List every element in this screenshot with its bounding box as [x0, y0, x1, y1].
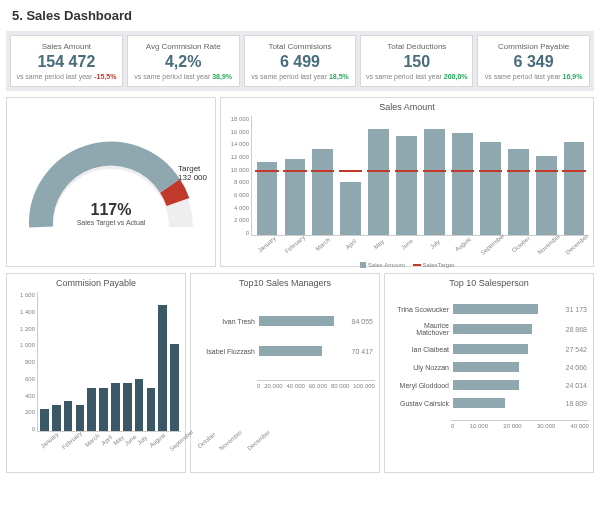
kpi-sub: vs same period last year 18,5% — [249, 73, 352, 80]
xlabel: November — [536, 233, 561, 256]
bar — [158, 305, 167, 431]
legend-line-icon — [413, 264, 421, 266]
bar-col — [282, 116, 308, 235]
kpi-title: Total Deductions — [365, 42, 468, 51]
sales-yaxis: 18 00016 00014 00012 00010 0008 0006 000… — [225, 116, 251, 236]
kpi-total-commissions: Total Commisions 6 499 vs same period la… — [244, 35, 357, 87]
bar-col — [169, 292, 180, 431]
bar-col — [477, 116, 503, 235]
kpi-sub: vs same period last year 16,9% — [482, 73, 585, 80]
bar — [480, 142, 501, 235]
xlabel: August — [148, 432, 166, 449]
gauge-percent: 117% — [21, 201, 201, 219]
kpi-sub: vs same period last year 200,0% — [365, 73, 468, 80]
commission-yaxis: 1 6001 4001 2001 0008006004002000 — [11, 292, 37, 432]
bar — [508, 149, 529, 235]
xlabel: March — [84, 433, 101, 448]
bar — [76, 405, 85, 431]
bar-col — [310, 116, 336, 235]
hbar-row: Maurice Matchover28 868 — [391, 322, 587, 336]
xlabel: August — [451, 233, 476, 256]
bar — [424, 129, 445, 235]
hbar-fill — [453, 324, 532, 334]
hbar-track — [453, 362, 563, 372]
xlabel: October — [508, 233, 533, 256]
bar — [64, 401, 73, 431]
hbar-value: 27 542 — [566, 346, 587, 353]
bar — [257, 162, 278, 235]
gauge-chart: Target 132 000 117% Sales Target vs Actu… — [21, 132, 201, 232]
hbar-fill — [259, 316, 334, 326]
bar — [111, 383, 120, 431]
dashboard-container: Sales Amount 154 472 vs same period last… — [0, 31, 600, 473]
chart-title: Commision Payable — [11, 278, 181, 288]
bar — [87, 388, 96, 431]
target-mark — [423, 170, 446, 172]
hbar-value: 28 868 — [566, 326, 587, 333]
target-mark — [311, 170, 334, 172]
bar-col — [449, 116, 475, 235]
hbar-label: Trina Scowucker — [391, 306, 453, 313]
bar-col — [134, 292, 145, 431]
kpi-title: Total Commisions — [249, 42, 352, 51]
hbar-fill — [453, 304, 538, 314]
hbar-value: 70 417 — [352, 348, 373, 355]
legend-square-icon — [360, 262, 366, 268]
kpi-total-deductions: Total Deductions 150 vs same period last… — [360, 35, 473, 87]
kpi-sub: vs same period last year 38,9% — [132, 73, 235, 80]
commission-bars — [37, 292, 181, 432]
hbar-fill — [453, 344, 528, 354]
hbar-value: 84 055 — [352, 318, 373, 325]
xlabel: February — [282, 233, 307, 256]
page-title: 5. Sales Dashboard — [12, 8, 600, 23]
chart-title: Top10 Sales Managers — [195, 278, 375, 288]
hbar-label: Ivan Tresh — [197, 318, 259, 325]
managers-bars: Ivan Tresh84 055Isabel Flozzash70 417 — [195, 292, 375, 380]
target-mark — [339, 170, 362, 172]
bar-col — [561, 116, 587, 235]
bar-col — [505, 116, 531, 235]
kpi-title: Sales Amount — [15, 42, 118, 51]
hbar-track — [453, 344, 563, 354]
bar — [135, 379, 144, 431]
hbar-value: 31 173 — [566, 306, 587, 313]
hbar-row: Trina Scowucker31 173 — [391, 304, 587, 314]
xlabel: April — [100, 434, 113, 446]
bar-col — [63, 292, 74, 431]
kpi-value: 6 349 — [482, 53, 585, 71]
bar — [147, 388, 156, 431]
hbar-row: Uly Nozzan24 066 — [391, 362, 587, 372]
sales-bars-area: 18 00016 00014 00012 00010 0008 0006 000… — [225, 116, 589, 236]
gauge-target-label: Target 132 000 — [178, 164, 207, 182]
hbar-label: Uly Nozzan — [391, 364, 453, 371]
bar — [396, 136, 417, 235]
salesperson-bars: Trina Scowucker31 173Maurice Matchover28… — [389, 292, 589, 420]
hbar-value: 24 066 — [566, 364, 587, 371]
bar — [564, 142, 585, 235]
hbar-value: 18 809 — [566, 400, 587, 407]
bar — [123, 383, 132, 431]
managers-panel: Top10 Sales Managers Ivan Tresh84 055Isa… — [190, 273, 380, 473]
target-mark — [535, 170, 558, 172]
bar-col — [39, 292, 50, 431]
row-gauge-sales: Target 132 000 117% Sales Target vs Actu… — [6, 97, 594, 267]
gauge-subtitle: Sales Target vs Actual — [21, 219, 201, 226]
chart-title: Top 10 Salesperson — [389, 278, 589, 288]
bar-col — [86, 292, 97, 431]
hbar-fill — [453, 380, 519, 390]
kpi-value: 4,2% — [132, 53, 235, 71]
bar-col — [122, 292, 133, 431]
bar-col — [394, 116, 420, 235]
bar-col — [51, 292, 62, 431]
xlabel: June — [395, 233, 420, 256]
bar — [340, 182, 361, 235]
bar-col — [98, 292, 109, 431]
kpi-title: Avg Commision Rate — [132, 42, 235, 51]
hbar-track — [453, 324, 563, 334]
hbar-row: Ivan Tresh84 055 — [197, 316, 373, 326]
salesperson-xaxis: 010 00020 00030 00040 000 — [451, 420, 589, 429]
hbar-track — [259, 316, 349, 326]
xlabel: April — [338, 233, 363, 256]
bar-col — [110, 292, 121, 431]
chart-title: Sales Amount — [225, 102, 589, 112]
